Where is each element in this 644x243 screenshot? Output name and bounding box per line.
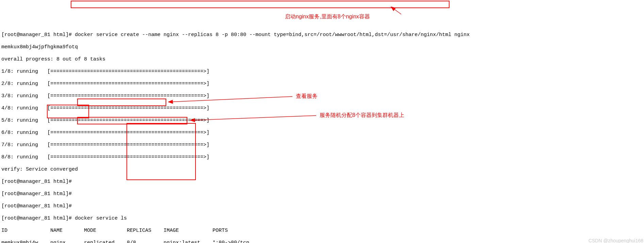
- verify-line: verify: Service converged: [1, 167, 644, 173]
- prompt-line: [root@manager_81 html]#: [1, 179, 644, 185]
- prompt-line: [root@manager_81 html]#: [1, 203, 644, 209]
- task-row: 1/8: running [==========================…: [1, 69, 644, 75]
- highlight-box-cmd-ls: [77, 99, 166, 106]
- service-id: memkux8mbj4wjpfhgkma9fotq: [1, 44, 644, 50]
- task-row: 7/8: running [==========================…: [1, 142, 644, 148]
- task-row: 5/8: running [==========================…: [1, 118, 644, 124]
- task-row: 4/8: running [==========================…: [1, 105, 644, 111]
- task-row: 2/8: running [==========================…: [1, 81, 644, 87]
- task-row: 8/8: running [==========================…: [1, 154, 644, 160]
- annotation-start-nginx: 启动nginx服务,里面有8个nginx容器: [285, 14, 370, 20]
- annotation-view-service: 查看服务: [296, 93, 318, 99]
- task-row: 6/8: running [==========================…: [1, 130, 644, 136]
- prompt-line: [root@manager_81 html]#: [1, 191, 644, 197]
- svg-line-0: [391, 7, 401, 14]
- ls-header: ID NAME MODE REPLICAS IMAGE PORTS: [1, 228, 644, 234]
- overall-progress: overall progress: 8 out of 8 tasks: [1, 56, 644, 63]
- cmd-create: docker service create --name nginx --rep…: [75, 32, 470, 38]
- prompt-line-1: [root@manager_81 html]# docker service c…: [1, 32, 644, 38]
- watermark: CSDN @zhoupenghui168: [589, 238, 643, 243]
- cmd-ls: docker service ls: [75, 215, 127, 221]
- prompt-line-ls: [root@manager_81 html]# docker service l…: [1, 215, 644, 222]
- annotation-distribution: 服务随机分配8个容器到集群机器上: [320, 112, 404, 118]
- ls-row: memkux8mbj4w nginx replicated 8/8 nginx:…: [1, 240, 644, 243]
- highlight-box-cmd-create: [71, 1, 450, 8]
- task-row: 3/8: running [==========================…: [1, 93, 644, 99]
